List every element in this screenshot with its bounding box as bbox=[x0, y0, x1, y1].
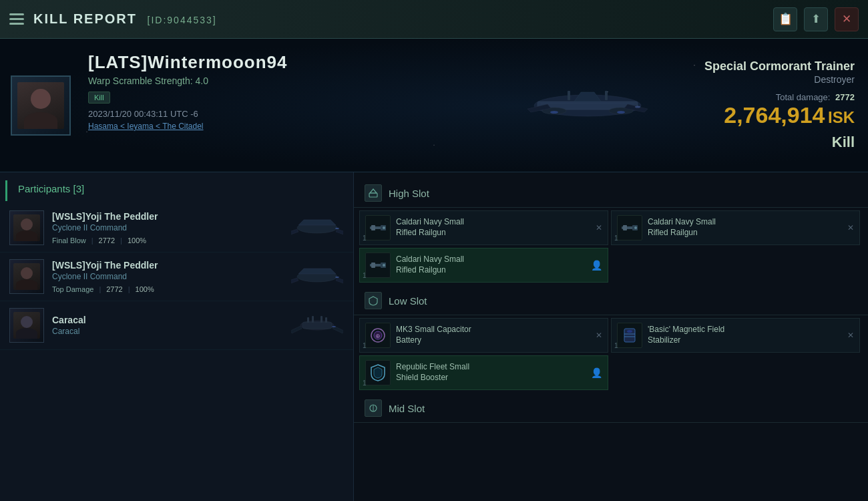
slot-name-label: High Slot bbox=[389, 188, 429, 199]
item-remove-button[interactable]: ✕ bbox=[596, 331, 602, 340]
fitting-item[interactable]: 1 'Basic' Magnetic Field Stabilizer ✕ bbox=[611, 318, 860, 353]
mid-slot-svg-icon bbox=[368, 403, 379, 413]
svg-rect-7 bbox=[568, 91, 570, 100]
slot-name-label: Mid Slot bbox=[389, 403, 425, 414]
fitting-item[interactable]: 1 ⊕ MK3 Small Capacitor Battery ✕ bbox=[359, 318, 608, 353]
participant-damage: 2772 bbox=[106, 285, 122, 293]
player-avatar bbox=[11, 75, 71, 136]
slot-name-label: Low Slot bbox=[389, 295, 427, 307]
item-icon bbox=[365, 360, 391, 385]
ship-svg bbox=[507, 69, 668, 142]
player-name: [LATS]Wintermooon94 bbox=[88, 52, 487, 73]
participants-panel: Participants [3] [WSLS]Yoji The Peddler … bbox=[0, 172, 354, 501]
fitting-item[interactable]: 1 Caldari Navy Small Rifled Railgun ✕ bbox=[359, 210, 608, 245]
item-icon bbox=[365, 215, 391, 240]
svg-text:⊕: ⊕ bbox=[375, 333, 381, 339]
close-button[interactable]: ✕ bbox=[835, 7, 859, 31]
item-remove-button[interactable]: ✕ bbox=[596, 223, 602, 232]
kill-id: [ID:9044533] bbox=[148, 15, 217, 25]
slot-header: High Slot bbox=[354, 179, 868, 208]
fitting-item[interactable]: 1 Caldari Navy Small Rifled Railgun ✕ bbox=[611, 210, 860, 245]
item-name: Republic Fleet Small Shield Booster bbox=[396, 362, 586, 383]
item-qty: 1 bbox=[614, 234, 618, 242]
list-item[interactable]: Caracal Caracal bbox=[0, 301, 353, 350]
svg-marker-21 bbox=[336, 278, 343, 285]
svg-rect-30 bbox=[325, 317, 327, 323]
item-qty: 1 bbox=[614, 342, 618, 349]
menu-icon[interactable] bbox=[9, 13, 24, 25]
shield-gun-icon bbox=[368, 188, 379, 198]
svg-rect-27 bbox=[312, 316, 314, 323]
item-icon bbox=[617, 215, 642, 240]
svg-marker-16 bbox=[336, 229, 343, 236]
mid-slot-icon bbox=[365, 399, 382, 417]
svg-marker-2 bbox=[574, 92, 601, 102]
title-label: KILL REPORT bbox=[33, 11, 137, 26]
export-button[interactable]: ⬆ bbox=[804, 7, 828, 31]
svg-marker-20 bbox=[291, 278, 298, 285]
list-item[interactable]: [WSLS]Yoji The Peddler Cyclone II Comman… bbox=[0, 204, 353, 253]
item-name: 'Basic' Magnetic Field Stabilizer bbox=[648, 325, 842, 345]
item-person-icon: 👤 bbox=[591, 367, 602, 378]
participants-header: Participants [3] bbox=[5, 180, 353, 201]
svg-point-17 bbox=[335, 228, 339, 229]
warp-scramble-strength: Warp Scramble Strength: 4.0 bbox=[88, 75, 487, 86]
low-slot-icon bbox=[365, 292, 382, 309]
avatar bbox=[9, 308, 44, 343]
fitting-item-active[interactable]: 1 Republic Fleet Small Shield Booster 👤 bbox=[359, 355, 608, 390]
svg-rect-32 bbox=[369, 193, 377, 197]
slot-items: 1 ⊕ MK3 Small Capacitor Battery ✕ 1 bbox=[354, 315, 868, 393]
item-remove-button[interactable]: ✕ bbox=[847, 223, 854, 232]
railgun-icon3 bbox=[367, 255, 389, 276]
fitting-item-active[interactable]: 1 Caldari Navy Small Rifled Railgun 👤 bbox=[359, 248, 608, 283]
svg-rect-40 bbox=[623, 225, 627, 230]
hero-section: [LATS]Wintermooon94 Warp Scramble Streng… bbox=[0, 39, 868, 172]
low-slot-section: Low Slot 1 ⊕ MK3 Small Capacitor Battery… bbox=[354, 287, 868, 393]
svg-point-45 bbox=[383, 264, 385, 267]
item-qty: 1 bbox=[363, 272, 367, 279]
participant-ship: Cyclone II Command bbox=[52, 223, 282, 232]
item-remove-button[interactable]: ✕ bbox=[847, 331, 854, 340]
ship-name: Special Cormorant Trainer bbox=[704, 59, 855, 73]
item-name: Caldari Navy Small Rifled Railgun bbox=[396, 217, 590, 238]
participant-pct: 100% bbox=[128, 236, 146, 244]
isk-unit: ISK bbox=[828, 108, 855, 126]
svg-marker-15 bbox=[291, 229, 298, 236]
participant-tag: Final Blow bbox=[52, 236, 86, 244]
railgun-icon bbox=[367, 217, 389, 238]
svg-rect-36 bbox=[371, 225, 375, 230]
list-item[interactable]: [WSLS]Yoji The Peddler Cyclone II Comman… bbox=[0, 253, 353, 301]
participant-name: [WSLS]Yoji The Peddler bbox=[52, 260, 282, 271]
capacitor-icon: ⊕ bbox=[367, 325, 389, 346]
shield-booster-icon bbox=[367, 362, 389, 383]
participant-info: [WSLS]Yoji The Peddler Cyclone II Comman… bbox=[52, 211, 282, 244]
participant-pct: 100% bbox=[136, 285, 154, 293]
kill-location[interactable]: Hasama < Ieyama < The Citadel bbox=[88, 122, 487, 131]
item-qty: 1 bbox=[363, 234, 367, 242]
magfield-icon bbox=[619, 325, 640, 346]
avatar-image bbox=[13, 214, 40, 241]
copy-button[interactable]: 📋 bbox=[773, 7, 797, 31]
damage-value: 2772 bbox=[835, 92, 855, 102]
item-qty: 1 bbox=[363, 342, 367, 349]
participant-meta: Top Damage | 2772 | 100% bbox=[52, 285, 282, 293]
ship-thumbnail bbox=[290, 211, 344, 244]
item-person-icon: 👤 bbox=[591, 260, 602, 271]
svg-marker-25 bbox=[291, 326, 302, 333]
isk-value: 2,764,914 bbox=[724, 102, 825, 128]
svg-rect-28 bbox=[320, 316, 322, 323]
participant-info: [WSLS]Yoji The Peddler Cyclone II Comman… bbox=[52, 260, 282, 293]
outcome-label: Kill bbox=[681, 134, 855, 151]
avatar-image bbox=[13, 312, 40, 339]
item-name: Caldari Navy Small Rifled Railgun bbox=[396, 255, 586, 275]
ship-thumbnail bbox=[290, 309, 344, 342]
hero-info: [LATS]Wintermooon94 Warp Scramble Streng… bbox=[81, 39, 494, 172]
item-icon bbox=[617, 323, 642, 348]
participant-meta: Final Blow | 2772 | 100% bbox=[52, 236, 282, 244]
svg-point-41 bbox=[634, 226, 637, 229]
hero-stats: Special Cormorant Trainer Destroyer Tota… bbox=[681, 39, 868, 172]
title-bar: KILL REPORT [ID:9044533] 📋 ⬆ ✕ bbox=[0, 0, 868, 39]
svg-rect-8 bbox=[605, 91, 608, 100]
caracal-ship-svg bbox=[291, 311, 343, 340]
high-slot-section: High Slot 1 Caldari Navy Small Rifled Ra bbox=[354, 179, 868, 285]
